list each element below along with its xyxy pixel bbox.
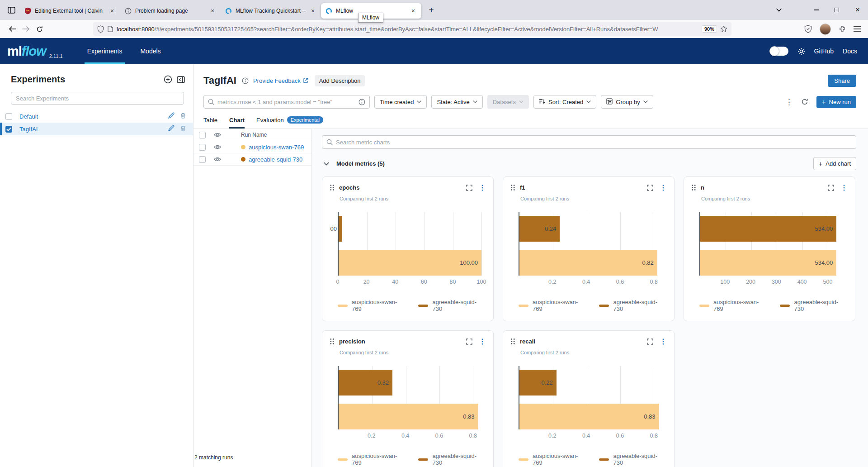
more-options-icon[interactable]: ⋮ <box>785 97 793 107</box>
add-description-button[interactable]: Add Description <box>315 75 365 86</box>
filter-group-by[interactable]: Group by <box>601 95 653 109</box>
filter-sort-created[interactable]: Sort: Created <box>533 95 596 109</box>
refresh-icon[interactable] <box>801 98 808 105</box>
reload-icon[interactable] <box>33 22 46 36</box>
experiment-link[interactable]: TagIfAI <box>19 126 38 133</box>
visibility-eye-icon[interactable] <box>214 144 221 150</box>
gear-icon[interactable] <box>797 48 805 55</box>
new-tab-button[interactable]: + <box>424 3 439 17</box>
metric-chart-search-input[interactable] <box>336 139 852 146</box>
run-name-column-header[interactable]: Run Name <box>241 132 267 138</box>
drag-handle-icon[interactable] <box>330 338 335 345</box>
visibility-eye-icon[interactable] <box>214 132 221 138</box>
maximize-button[interactable] <box>826 0 847 20</box>
nav-models[interactable]: Models <box>137 38 163 64</box>
browser-tab[interactable]: Editing External tool | Calvin× <box>20 3 120 19</box>
bookmark-star-icon[interactable] <box>720 25 727 33</box>
chart-menu-icon[interactable]: ⋮ <box>840 183 848 192</box>
chart-menu-icon[interactable]: ⋮ <box>660 337 667 346</box>
runs-search-box[interactable] <box>203 95 370 109</box>
minimize-button[interactable] <box>806 0 826 20</box>
experiment-search-input[interactable] <box>16 95 179 102</box>
chart-menu-icon[interactable]: ⋮ <box>479 183 486 192</box>
browser-tab[interactable]: MLflow Tracking Quickstart — × <box>221 3 321 19</box>
filter-state-active[interactable]: State: Active <box>431 95 482 109</box>
section-collapse-chevron-icon[interactable] <box>324 162 329 166</box>
nav-experiments[interactable]: Experiments <box>85 38 125 64</box>
menu-hamburger-icon[interactable] <box>854 26 861 32</box>
pencil-icon[interactable] <box>168 112 175 120</box>
run-checkbox[interactable] <box>199 144 206 151</box>
close-window-button[interactable]: × <box>847 0 868 20</box>
run-row[interactable]: auspicious-swan-769 <box>193 141 311 153</box>
query-info-icon[interactable] <box>359 99 365 105</box>
zoom-level-badge[interactable]: 90% <box>702 25 717 33</box>
provide-feedback-link[interactable]: Provide Feedback <box>253 77 308 84</box>
pencil-icon[interactable] <box>168 125 175 133</box>
docs-link[interactable]: Docs <box>843 48 857 55</box>
select-all-checkbox[interactable] <box>199 132 206 138</box>
bar-plot: 0.320.83 <box>338 366 481 429</box>
filter-datasets[interactable]: Datasets <box>487 95 529 109</box>
address-bar[interactable]: localhost:8080/#/experiments/50159315053… <box>93 22 731 36</box>
forward-icon[interactable] <box>19 22 33 36</box>
trash-icon[interactable] <box>180 125 186 133</box>
chart-subtitle: Comparing first 2 runs <box>520 196 667 201</box>
list-all-tabs-icon[interactable] <box>769 0 789 20</box>
tab-table[interactable]: Table <box>203 117 217 129</box>
add-chart-button[interactable]: +Add chart <box>813 157 856 170</box>
tab-close-icon[interactable]: × <box>309 7 317 14</box>
share-button[interactable]: Share <box>828 75 856 87</box>
section-label[interactable]: Model metrics (5) <box>336 160 385 167</box>
collapse-sidebar-icon[interactable] <box>177 76 185 83</box>
experiment-link[interactable]: Default <box>19 113 38 120</box>
experiment-checkbox[interactable] <box>5 126 12 133</box>
expand-icon[interactable] <box>828 185 834 191</box>
run-row[interactable]: agreeable-squid-730 <box>193 153 311 166</box>
tab-close-icon[interactable]: × <box>208 7 217 14</box>
expand-icon[interactable] <box>647 338 653 345</box>
expand-icon[interactable] <box>647 185 653 191</box>
experiment-row-default[interactable]: Default <box>0 110 193 123</box>
tab-close-icon[interactable]: × <box>409 7 417 14</box>
firefox-view-icon[interactable] <box>5 2 18 18</box>
run-checkbox[interactable] <box>199 156 206 163</box>
chart-menu-icon[interactable]: ⋮ <box>479 337 486 346</box>
mlflow-logo[interactable]: mlflow 2.11.1 <box>7 38 63 64</box>
runs-search-input[interactable] <box>217 99 355 105</box>
expand-icon[interactable] <box>466 185 472 191</box>
chart-menu-icon[interactable]: ⋮ <box>660 183 667 192</box>
experiment-info-icon[interactable] <box>242 77 249 84</box>
filter-time-created[interactable]: Time created <box>374 95 427 109</box>
create-experiment-icon[interactable] <box>164 75 172 84</box>
github-link[interactable]: GitHub <box>814 48 834 55</box>
visibility-eye-icon[interactable] <box>214 157 221 162</box>
profile-avatar[interactable] <box>820 24 831 35</box>
tab-close-icon[interactable]: × <box>108 7 116 14</box>
extensions-icon[interactable] <box>839 25 846 33</box>
tab-chart[interactable]: Chart <box>229 117 245 129</box>
run-name-link[interactable]: auspicious-swan-769 <box>249 144 304 151</box>
theme-toggle[interactable] <box>770 47 788 56</box>
trash-icon[interactable] <box>180 112 186 120</box>
run-name-link[interactable]: agreeable-squid-730 <box>249 156 302 163</box>
back-icon[interactable] <box>5 22 19 36</box>
drag-handle-icon[interactable] <box>691 184 696 191</box>
url-text[interactable]: localhost:8080/#/experiments/50159315053… <box>117 26 698 33</box>
drag-handle-icon[interactable] <box>510 184 515 191</box>
drag-handle-icon[interactable] <box>330 184 335 191</box>
tab-label: Evaluation <box>256 117 284 124</box>
expand-icon[interactable] <box>466 338 472 345</box>
new-run-button[interactable]: +New run <box>816 96 856 108</box>
tab-evaluation[interactable]: EvaluationExperimental <box>256 116 323 129</box>
tick-label: 0.8 <box>469 433 477 439</box>
page-info-icon[interactable] <box>108 26 113 32</box>
tracking-protection-shield-icon[interactable] <box>97 25 104 33</box>
experiment-search[interactable] <box>11 92 184 105</box>
experiment-row-tagifai[interactable]: TagIfAI <box>0 123 193 135</box>
browser-tab[interactable]: Problem loading page× <box>120 3 221 19</box>
metric-chart-search[interactable] <box>322 135 856 149</box>
experiment-checkbox[interactable] <box>5 113 12 120</box>
drag-handle-icon[interactable] <box>510 338 515 345</box>
privacy-shield-icon[interactable] <box>804 25 812 33</box>
